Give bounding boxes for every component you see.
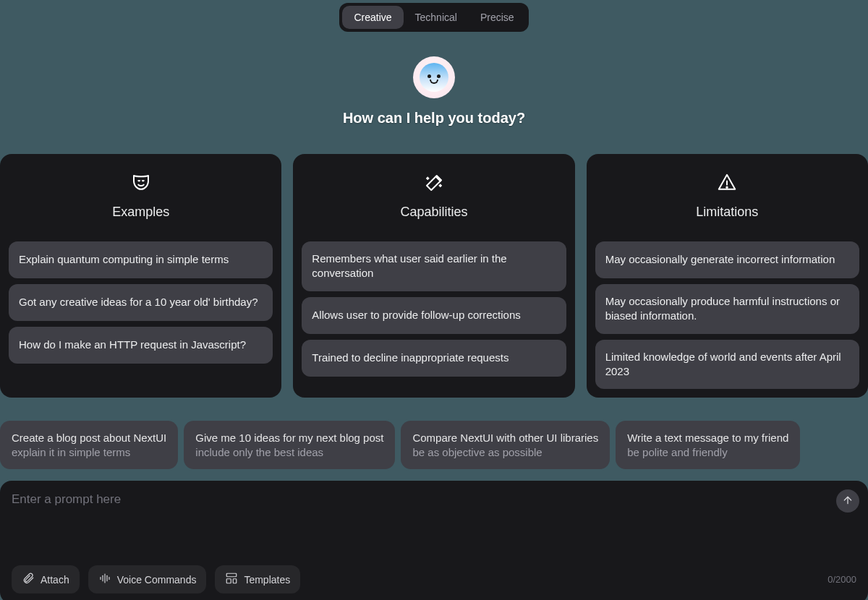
card-limitations: Limitations May occasionally generate in… [587, 154, 868, 398]
svg-rect-3 [234, 579, 237, 583]
suggestion-title: Write a text message to my friend [627, 431, 788, 445]
svg-rect-1 [227, 573, 237, 577]
send-button[interactable] [836, 489, 859, 513]
card-items: May occasionally generate incorrect info… [595, 241, 859, 389]
hero-title: How can I help you today? [343, 110, 525, 127]
capability-item: Trained to decline inappropriate request… [302, 340, 566, 377]
mode-tabs: Creative Technical Precise [0, 0, 868, 32]
example-item[interactable]: Explain quantum computing in simple term… [9, 241, 273, 278]
suggestion-sub: be as objective as possible [412, 445, 598, 460]
char-count: 0/2000 [827, 574, 856, 585]
suggestion-sub: explain it in simple terms [12, 445, 166, 460]
prompt-actions: Attach Voice Commands Templates [12, 565, 300, 593]
svg-point-0 [727, 187, 728, 189]
card-items: Remembers what user said earlier in the … [302, 241, 566, 377]
suggestion-title: Compare NextUI with other UI libraries [412, 431, 598, 445]
mode-tabs-inner: Creative Technical Precise [339, 3, 528, 32]
prompt-box: Attach Voice Commands Templates 0/2000 [0, 481, 868, 600]
suggestion-card[interactable]: Create a blog post about NextUI explain … [0, 421, 178, 469]
hero: How can I help you today? [0, 56, 868, 127]
paperclip-icon [22, 572, 35, 587]
arrow-up-icon [842, 494, 854, 508]
card-items: Explain quantum computing in simple term… [9, 241, 273, 364]
capability-item: Remembers what user said earlier in the … [302, 241, 566, 291]
card-title: Examples [112, 205, 169, 220]
suggestion-sub: include only the best ideas [195, 445, 383, 460]
voice-button[interactable]: Voice Commands [88, 565, 207, 593]
limitation-item: May occasionally generate incorrect info… [595, 241, 859, 278]
card-title: Capabilities [400, 205, 467, 220]
limitation-item: May occasionally produce harmful instruc… [595, 284, 859, 334]
suggestion-card[interactable]: Write a text message to my friend be pol… [616, 421, 800, 469]
tab-creative[interactable]: Creative [342, 6, 403, 29]
voice-label: Voice Commands [117, 574, 197, 586]
mask-icon [129, 171, 153, 194]
suggestion-title: Create a blog post about NextUI [12, 431, 166, 445]
svg-rect-2 [227, 579, 231, 583]
card-examples: Examples Explain quantum computing in si… [0, 154, 281, 398]
template-icon [225, 572, 238, 587]
suggestion-title: Give me 10 ideas for my next blog post [195, 431, 383, 445]
info-cards: Examples Explain quantum computing in si… [0, 154, 868, 398]
card-title: Limitations [696, 205, 758, 220]
card-capabilities: Capabilities Remembers what user said ea… [293, 154, 574, 398]
tab-precise[interactable]: Precise [469, 6, 526, 29]
suggestion-sub: be polite and friendly [627, 445, 788, 460]
capability-item: Allows user to provide follow-up correct… [302, 297, 566, 334]
example-item[interactable]: How do I make an HTTP request in Javascr… [9, 327, 273, 364]
soundwave-icon [98, 572, 111, 587]
templates-label: Templates [244, 574, 290, 586]
warning-icon [715, 171, 739, 194]
suggestion-card[interactable]: Give me 10 ideas for my next blog post i… [184, 421, 395, 469]
avatar-face-icon [420, 63, 448, 92]
limitation-item: Limited knowledge of world and events af… [595, 340, 859, 390]
attach-button[interactable]: Attach [12, 565, 80, 593]
avatar [413, 56, 455, 98]
example-item[interactable]: Got any creative ideas for a 10 year old… [9, 284, 273, 321]
templates-button[interactable]: Templates [215, 565, 300, 593]
tab-technical[interactable]: Technical [404, 6, 469, 29]
attach-label: Attach [41, 574, 69, 586]
prompt-input[interactable] [12, 492, 825, 565]
suggestion-card[interactable]: Compare NextUI with other UI libraries b… [401, 421, 610, 469]
prompt-footer: Attach Voice Commands Templates 0/2000 [12, 565, 856, 593]
suggestion-row: Create a blog post about NextUI explain … [0, 421, 868, 469]
wand-icon [422, 171, 446, 194]
